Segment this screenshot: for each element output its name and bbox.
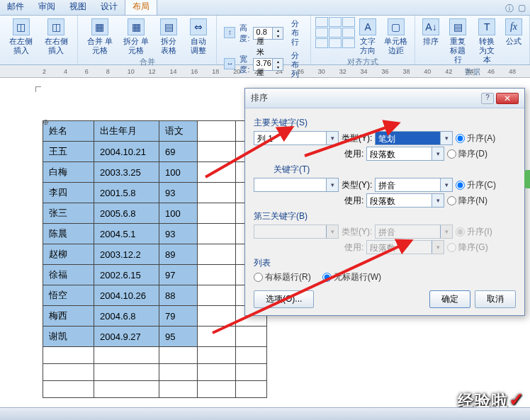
table-cell[interactable] [236,327,267,347]
options-button[interactable]: 选项(O)... [254,290,314,308]
table-cell[interactable]: 悟空 [43,285,94,306]
table-cell[interactable] [198,347,236,364]
dist-cols-button[interactable]: 分布列 [285,50,305,81]
minimize-ribbon-icon[interactable]: ▢ [518,3,526,15]
table-cell[interactable] [159,347,198,364]
table-cell[interactable] [198,224,236,244]
no-header-radio[interactable]: 无标题行(W) [322,271,381,283]
side-handle[interactable] [524,170,530,188]
cell-margins-button[interactable]: ▢单元格 边距 [381,17,411,57]
table-cell[interactable] [43,381,94,398]
table-cell[interactable]: 2003.3.25 [94,162,159,183]
secondary-use-combo[interactable]: 段落数 [366,193,444,208]
table-cell[interactable]: 张三 [43,203,94,224]
table-cell[interactable]: 79 [159,306,198,327]
table-cell[interactable]: 2004.5.1 [94,224,159,244]
table-cell[interactable]: 100 [159,203,198,224]
table-cell[interactable]: 93 [159,224,198,244]
cancel-button[interactable]: 取消 [475,290,516,308]
table-cell[interactable] [236,364,267,381]
primary-desc-radio[interactable]: 降序(D) [447,148,487,160]
sort-button[interactable]: A↓排序 [419,17,442,47]
table-cell[interactable]: 陈晨 [43,224,94,244]
table-cell[interactable]: 姓名 [43,121,94,142]
ok-button[interactable]: 确定 [429,290,470,308]
table-cell[interactable] [198,142,236,162]
secondary-column-combo[interactable] [254,178,339,192]
primary-asc-radio[interactable]: 升序(A) [456,132,495,144]
table-cell[interactable] [198,381,236,398]
split-table-button[interactable]: ▤拆分表格 [155,17,183,57]
table-cell[interactable]: 2001.5.8 [94,183,159,203]
tab-design[interactable]: 设计 [94,0,125,15]
table-cell[interactable] [43,347,94,364]
table-cell[interactable]: 2005.6.8 [94,203,159,224]
table-cell[interactable] [236,347,267,364]
formula-button[interactable]: fx公式 [502,17,525,47]
tab-view[interactable]: 视图 [62,0,94,15]
table-cell[interactable] [198,327,236,347]
table-cell[interactable]: 69 [159,142,198,162]
repeat-header-button[interactable]: ▤重复标题行 [444,17,471,67]
table-cell[interactable]: 2004.10.21 [94,142,159,162]
has-header-radio[interactable]: 有标题行(R) [254,271,311,283]
tab-layout[interactable]: 布局 [125,0,157,15]
table-cell[interactable]: 王五 [43,142,94,162]
insert-left-button[interactable]: ◫在左侧插入 [4,17,38,57]
table-cell[interactable] [159,381,198,398]
height-spinner[interactable]: 0.8 厘米 [253,27,284,40]
tab-mail[interactable]: 邮件 [0,0,31,15]
table-cell[interactable] [198,265,236,285]
secondary-asc-radio[interactable]: 升序(C) [456,179,496,191]
table-cell[interactable] [198,306,236,327]
table-cell[interactable] [236,381,267,398]
split-cells-button[interactable]: ▦拆分 单元格 [118,17,153,57]
table-cell[interactable]: 白梅 [43,162,94,183]
help-icon[interactable]: ⓘ [505,3,514,15]
table-cell[interactable]: 2004.10.26 [94,285,159,306]
primary-use-combo[interactable]: 段落数 [366,147,444,161]
table-cell[interactable]: 88 [159,285,198,306]
autofit-button[interactable]: ⇔自动调整 [184,17,212,57]
table-cell[interactable] [198,203,236,224]
table-cell[interactable]: 93 [159,183,198,203]
table-cell[interactable] [94,364,159,381]
dialog-help-icon[interactable]: ? [481,93,494,104]
width-spinner[interactable]: 3.76 厘米 [253,58,284,71]
dist-rows-button[interactable]: 分布行 [285,18,305,49]
table-cell[interactable]: 徐福 [43,265,94,285]
table-cell[interactable]: 2004.9.27 [94,327,159,347]
secondary-desc-radio[interactable]: 降序(N) [447,195,487,207]
table-cell[interactable] [43,364,94,381]
alignment-grid[interactable] [315,17,355,48]
table-cell[interactable]: 李四 [43,183,94,203]
table-cell[interactable]: 出生年月 [94,121,159,142]
table-cell[interactable] [198,364,236,381]
merge-cells-button[interactable]: ▦合并 单元格 [82,17,117,57]
table-cell[interactable]: 100 [159,162,198,183]
table-cell[interactable] [94,347,159,364]
table-cell[interactable]: 2003.12.2 [94,244,159,265]
table-cell[interactable]: 89 [159,244,198,265]
tab-review[interactable]: 审阅 [31,0,62,15]
table-cell[interactable]: 2002.6.15 [94,265,159,285]
table-cell[interactable]: 语文 [159,121,198,142]
table-cell[interactable] [198,183,236,203]
primary-column-combo[interactable]: 列 1 [254,131,339,145]
table-cell[interactable]: 97 [159,265,198,285]
data-table[interactable]: 姓名出生年月语文王五2004.10.2169白梅2003.3.25100李四20… [43,120,267,398]
table-cell[interactable]: 梅西 [43,306,94,327]
convert-text-button[interactable]: T转换为文本 [473,17,501,67]
table-cell[interactable] [198,244,236,265]
insert-right-button[interactable]: ◫在右侧插入 [40,17,74,57]
table-cell[interactable]: 谢凯 [43,327,94,347]
table-cell[interactable] [198,162,236,183]
table-cell[interactable] [198,121,236,142]
secondary-type-combo[interactable]: 拼音 [375,178,453,192]
table-cell[interactable]: 95 [159,327,198,347]
table-cell[interactable]: 赵柳 [43,244,94,265]
table-cell[interactable] [159,364,198,381]
primary-type-combo[interactable]: 笔划 [375,131,453,145]
table-cell[interactable] [198,285,236,306]
dialog-close-icon[interactable]: ✕ [496,93,519,104]
